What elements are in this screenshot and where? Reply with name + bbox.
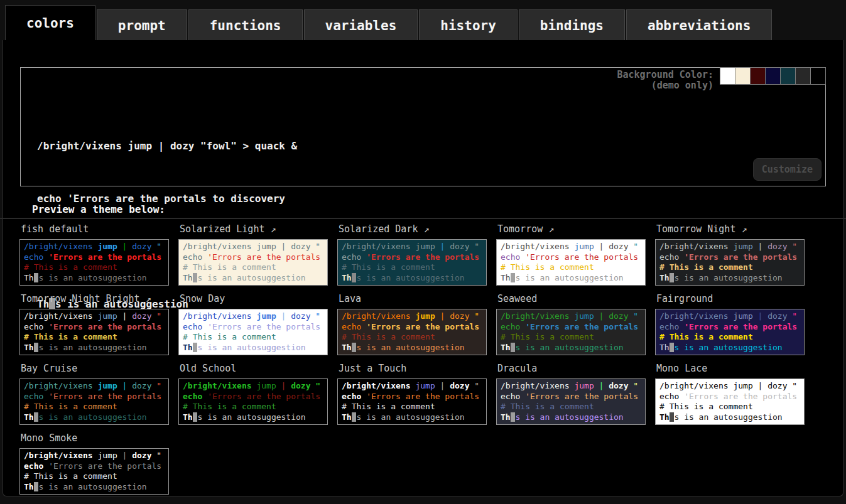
theme-title-link[interactable]: Old School <box>180 363 328 376</box>
theme-card[interactable]: /bright/vixens jump | dozy "echo 'Errors… <box>19 378 169 425</box>
theme-title-link[interactable]: fish default <box>21 223 169 237</box>
theme-cell: Tomorrow ↗/bright/vixens jump | dozy "ec… <box>496 223 646 286</box>
theme-card[interactable]: /bright/vixens jump | dozy "echo 'Errors… <box>178 239 328 286</box>
theme-title-link[interactable]: Tomorrow ↗ <box>497 223 646 237</box>
theme-card[interactable]: /bright/vixens jump | dozy "echo 'Errors… <box>337 309 487 355</box>
theme-cell: Mono Lace/bright/vixens jump | dozy "ech… <box>655 363 805 425</box>
customize-button[interactable]: Customize <box>753 158 822 181</box>
theme-card[interactable]: /bright/vixens jump | dozy "echo 'Errors… <box>19 448 169 495</box>
tab-history[interactable]: history <box>419 9 518 42</box>
colors-tab-panel: Background Color: (demo only) /bright/vi… <box>3 40 843 496</box>
theme-card[interactable]: /bright/vixens jump | dozy "echo 'Errors… <box>19 239 169 286</box>
terminal-line-command: /bright/vixens jump | dozy "fowl" > quac… <box>37 137 297 155</box>
theme-title-link[interactable]: Tomorrow Night ↗ <box>656 223 805 237</box>
tab-colors[interactable]: colors <box>5 5 95 42</box>
theme-title-link[interactable]: Solarized Dark ↗ <box>339 223 487 237</box>
theme-grid: fish default/bright/vixens jump | dozy "… <box>19 223 805 495</box>
theme-card[interactable]: /bright/vixens jump | dozy "echo 'Errors… <box>19 309 169 355</box>
theme-cell: fish default/bright/vixens jump | dozy "… <box>19 223 169 286</box>
background-color-label-line2: (demo only) <box>617 80 713 91</box>
background-swatch-dark-gray[interactable] <box>795 67 811 85</box>
tab-variables[interactable]: variables <box>304 9 418 42</box>
theme-cell: Just a Touch/bright/vixens jump | dozy "… <box>337 363 487 425</box>
theme-card[interactable]: /bright/vixens jump | dozy "echo 'Errors… <box>496 309 646 355</box>
theme-title-link[interactable]: Snow Day <box>180 293 328 306</box>
theme-cell: Tomorrow Night ↗/bright/vixens jump | do… <box>655 223 805 286</box>
theme-cell: Tomorrow Night Bright ↗/bright/vixens ju… <box>19 293 169 355</box>
background-swatch-maroon[interactable] <box>750 67 766 85</box>
background-swatch-cream[interactable] <box>735 67 751 85</box>
theme-cell: Solarized Dark ↗/bright/vixens jump | do… <box>337 223 487 286</box>
background-color-swatches <box>720 67 826 85</box>
theme-card[interactable]: /bright/vixens jump | dozy "echo 'Errors… <box>496 239 646 286</box>
background-swatch-navy[interactable] <box>765 67 781 85</box>
theme-cell: Bay Cruise/bright/vixens jump | dozy "ec… <box>19 363 169 425</box>
theme-card[interactable]: /bright/vixens jump | dozy "echo 'Errors… <box>178 309 328 355</box>
theme-card[interactable]: /bright/vixens jump | dozy "echo 'Errors… <box>655 378 805 425</box>
background-swatch-teal[interactable] <box>780 67 796 85</box>
theme-title-link[interactable]: Just a Touch <box>339 363 487 376</box>
theme-card[interactable]: /bright/vixens jump | dozy "echo 'Errors… <box>655 309 805 355</box>
tab-bar: colorspromptfunctionsvariableshistorybin… <box>0 0 846 40</box>
theme-cell: Lava/bright/vixens jump | dozy "echo 'Er… <box>337 293 487 355</box>
theme-title-link[interactable]: Mono Lace <box>656 363 805 376</box>
section-divider <box>0 218 846 219</box>
themes-heading: Preview a theme below: <box>32 203 165 215</box>
theme-title-link[interactable]: Solarized Light ↗ <box>180 223 328 237</box>
theme-card[interactable]: /bright/vixens jump | dozy "echo 'Errors… <box>178 378 328 425</box>
theme-title-link[interactable]: Bay Cruise <box>21 363 169 376</box>
background-color-label: Background Color: (demo only) <box>617 70 713 91</box>
background-swatch-white[interactable] <box>720 67 735 85</box>
theme-title-link[interactable]: Dracula <box>497 363 646 376</box>
theme-cell: Mono Smoke/bright/vixens jump | dozy "ec… <box>19 432 169 495</box>
background-swatch-black[interactable] <box>810 67 826 85</box>
theme-card[interactable]: /bright/vixens jump | dozy "echo 'Errors… <box>337 239 487 286</box>
theme-title-link[interactable]: Seaweed <box>497 293 646 306</box>
theme-cell: Dracula/bright/vixens jump | dozy "echo … <box>496 363 646 425</box>
theme-title-link[interactable]: Lava <box>339 293 487 306</box>
theme-card[interactable]: /bright/vixens jump | dozy "echo 'Errors… <box>337 378 487 425</box>
theme-cell: Solarized Light ↗/bright/vixens jump | d… <box>178 223 328 286</box>
theme-cell: Snow Day/bright/vixens jump | dozy "echo… <box>178 293 328 355</box>
theme-title-link[interactable]: Mono Smoke <box>21 432 169 446</box>
theme-title-link[interactable]: Tomorrow Night Bright ↗ <box>21 293 169 306</box>
tab-functions[interactable]: functions <box>188 9 303 42</box>
theme-cell: Old School/bright/vixens jump | dozy "ec… <box>178 363 328 425</box>
background-color-label-line1: Background Color: <box>617 70 713 80</box>
tab-bindings[interactable]: bindings <box>519 9 625 42</box>
tab-abbreviations[interactable]: abbreviations <box>626 9 772 42</box>
theme-card[interactable]: /bright/vixens jump | dozy "echo 'Errors… <box>655 239 805 286</box>
tab-prompt[interactable]: prompt <box>97 9 187 42</box>
terminal-preview-box: Background Color: (demo only) /bright/vi… <box>20 67 826 186</box>
theme-cell: Fairground/bright/vixens jump | dozy "ec… <box>655 293 805 355</box>
theme-title-link[interactable]: Fairground <box>656 293 805 306</box>
theme-cell: Seaweed/bright/vixens jump | dozy "echo … <box>496 293 646 355</box>
theme-card[interactable]: /bright/vixens jump | dozy "echo 'Errors… <box>496 378 646 425</box>
